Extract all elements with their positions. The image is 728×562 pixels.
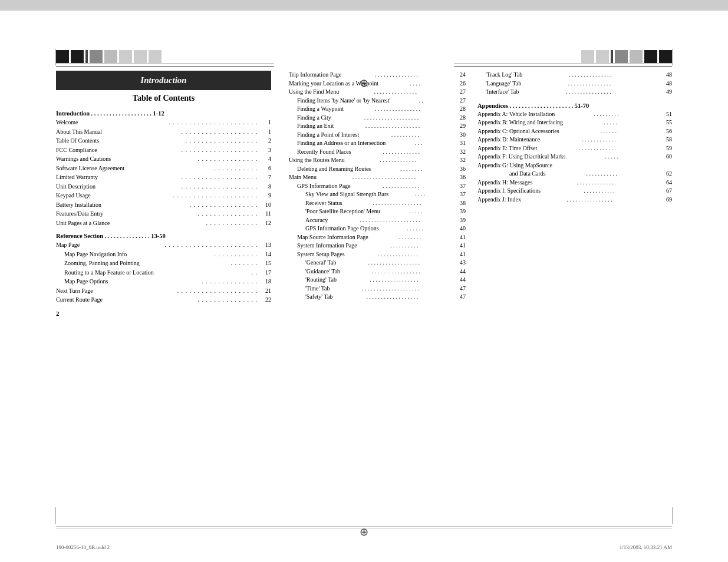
right-entry-app-g-line2: and Data Cards . . . . . . . . . . . 62 <box>477 170 672 178</box>
mid-entry-time-tab: 'Time' Tab . . . . . . . . . . . . . . .… <box>289 285 466 293</box>
color-block-2 <box>71 50 84 63</box>
main-content: Introduction Table of Contents Introduct… <box>56 71 672 515</box>
mid-entry-gps-info: GPS Information Page . . . . . . . . . .… <box>289 182 466 191</box>
toc-entry-battery: Battery Installation . . . . . . . . . .… <box>56 201 271 210</box>
section1-header: Introduction . . . . . . . . . . . . . .… <box>56 110 271 117</box>
mid-entry-receiver: Receiver Status . . . . . . . . . . . . … <box>289 199 466 208</box>
right-entry-app-e: Appendix E: Time Offset . . . . . . . . … <box>477 144 672 153</box>
mid-entry-find-poi: Finding a Point of Interest . . . . . . … <box>289 131 466 140</box>
color-block-r6 <box>659 50 672 63</box>
toc-entry-software: Software License Agreement . . . . . . .… <box>56 164 271 174</box>
toc-section-ref: Reference Section . . . . . . . . . . . … <box>56 233 271 305</box>
bottom-line2 <box>56 528 672 528</box>
mid-entry-marking: Marking your Location as a Waypoint . . … <box>289 80 466 88</box>
color-block-r3 <box>615 50 628 63</box>
mid-entry-accuracy: Accuracy . . . . . . . . . . . . . . . .… <box>289 216 466 225</box>
right-entry-app-a: Appendix A: Vehicle Installation . . . .… <box>477 110 672 119</box>
left-column: Introduction Table of Contents Introduct… <box>56 71 283 515</box>
color-block-r1 <box>581 50 594 63</box>
toc-entry-map: Map Page . . . . . . . . . . . . . . . .… <box>56 241 271 250</box>
intro-box: Introduction <box>56 71 271 90</box>
mid-entry-trip: Trip Information Page . . . . . . . . . … <box>289 71 466 80</box>
intro-title: Introduction <box>140 75 186 85</box>
color-block-gap-r <box>611 50 613 63</box>
right-entry-interface-tab: 'Interface' Tab . . . . . . . . . . . . … <box>477 88 672 97</box>
right-entry-app-c: Appendix C: Optional Accessories . . . .… <box>477 127 672 136</box>
toc-entry-about: About This Manual . . . . . . . . . . . … <box>56 128 271 137</box>
mid-entry-routing-tab: 'Routing' Tab . . . . . . . . . . . . . … <box>289 276 466 285</box>
toc-entry-welcome: Welcome . . . . . . . . . . . . . . . . … <box>56 118 271 128</box>
toc-title: Table of Contents <box>56 94 271 103</box>
mid-entry-find-items: Finding Items 'by Name' or 'by Nearest' … <box>289 97 466 105</box>
mid-entry-gps-options: GPS Information Page Options . . . . . .… <box>289 224 466 233</box>
right-entry-app-h: Appendix H: Messages . . . . . . . . . .… <box>477 178 672 187</box>
corner-line-tr <box>673 49 673 65</box>
header-blocks-left <box>56 50 162 63</box>
mid-column: Trip Information Page . . . . . . . . . … <box>283 71 472 515</box>
header-line-left <box>56 64 274 64</box>
page: ⊕ ⊕ Introduction Table of Contents Intro… <box>0 0 728 562</box>
toc-entry-features: Features/Data Entry . . . . . . . . . . … <box>56 210 271 219</box>
right-entry-track-log: 'Track Log' Tab . . . . . . . . . . . . … <box>477 71 672 80</box>
mid-entry-sys-setup: System Setup Pages . . . . . . . . . . .… <box>289 250 466 259</box>
toc-entry-zooming: Zooming, Panning and Pointing . . . . . … <box>56 259 271 269</box>
footer-left: 190-00256-10_0B.indd 2 <box>56 544 110 550</box>
page-number: 2 <box>56 310 271 317</box>
mid-entry-sky-view: Sky View and Signal Strength Bars . . . … <box>289 190 466 199</box>
right-entry-app-g-line1: Appendix G: Using MapSource <box>477 161 672 170</box>
color-block-7 <box>149 50 162 63</box>
header-line-left2 <box>56 66 274 67</box>
toc-entry-toc: Table Of Contents . . . . . . . . . . . … <box>56 137 271 146</box>
header-line-right2 <box>454 66 672 67</box>
color-block-5 <box>119 50 132 63</box>
right-entry-app-b: Appendix B: Wiring and Interfacing . . .… <box>477 118 672 127</box>
toc-entry-current-route: Current Route Page . . . . . . . . . . .… <box>56 296 271 305</box>
mid-entry-find-waypoint: Finding a Waypoint . . . . . . . . . . .… <box>289 105 466 114</box>
toc-entry-pages: Unit Pages at a Glance . . . . . . . . .… <box>56 219 271 229</box>
appendices-header: Appendices . . . . . . . . . . . . . . .… <box>477 103 672 109</box>
color-block-1 <box>56 50 69 63</box>
mid-entry-main-menu: Main Menu . . . . . . . . . . . . . . . … <box>289 173 466 182</box>
color-block-6 <box>134 50 147 63</box>
mid-entry-general-tab: 'General' Tab . . . . . . . . . . . . . … <box>289 259 466 267</box>
footer-right: 1/13/2003, 10:33:21 AM <box>620 544 672 550</box>
right-entry-app-f: Appendix F: Using Diacritical Marks . . … <box>477 153 672 161</box>
mid-entry-routes-menu: Using the Routes Menu . . . . . . . . . … <box>289 156 466 165</box>
right-column: 'Track Log' Tab . . . . . . . . . . . . … <box>472 71 672 515</box>
header-blocks-right <box>581 50 672 63</box>
toc-entry-unit-desc: Unit Description . . . . . . . . . . . .… <box>56 183 271 192</box>
toc-entry-routing: Routing to a Map Feature or Location . .… <box>56 269 271 278</box>
toc-entry-next-turn: Next Turn Page . . . . . . . . . . . . .… <box>56 287 271 296</box>
color-block-r5 <box>644 50 657 63</box>
mid-entry-poor-sat: 'Poor Satellite Reception' Menu . . . . … <box>289 207 466 216</box>
mid-entry-recent: Recently Found Places . . . . . . . . . … <box>289 148 466 157</box>
section2-header: Reference Section . . . . . . . . . . . … <box>56 233 271 239</box>
right-entry-app-j: Appendix J: Index . . . . . . . . . . . … <box>477 196 672 204</box>
color-block-r2 <box>596 50 609 63</box>
corner-line-tl <box>55 49 55 65</box>
color-block-3 <box>90 50 103 63</box>
toc-entry-keypad: Keypad Usage . . . . . . . . . . . . . .… <box>56 191 271 201</box>
bottom-line <box>56 526 672 527</box>
mid-entry-guidance-tab: 'Guidance' Tab . . . . . . . . . . . . .… <box>289 267 466 276</box>
color-block-r4 <box>630 50 643 63</box>
color-block-4 <box>104 50 117 63</box>
corner-line-br <box>673 507 673 524</box>
toc-entry-warranty: Limited Warranty . . . . . . . . . . . .… <box>56 173 271 183</box>
mid-entry-map-source: Map Source Information Page . . . . . . … <box>289 233 466 242</box>
color-block-gap <box>85 50 88 63</box>
corner-line-bl <box>55 507 55 524</box>
mid-entry-delete-routes: Deleting and Renaming Routes . . . . . .… <box>289 165 466 174</box>
mid-entry-find-address: Finding an Address or an Intersection . … <box>289 139 466 148</box>
mid-entry-safety-tab: 'Safety' Tab . . . . . . . . . . . . . .… <box>289 293 466 302</box>
header-line-right <box>454 64 672 64</box>
mid-entry-find-city: Finding a City . . . . . . . . . . . . .… <box>289 114 466 123</box>
right-entry-app-i: Appendix I: Specifications . . . . . . .… <box>477 187 672 196</box>
mid-entry-find-exit: Finding an Exit . . . . . . . . . . . . … <box>289 122 466 131</box>
toc-entry-nav-info: Map Page Navigation Info . . . . . . . .… <box>56 250 271 260</box>
right-entry-app-d: Appendix D: Maintenance . . . . . . . . … <box>477 135 672 144</box>
toc-entry-warnings: Warnings and Cautions . . . . . . . . . … <box>56 155 271 164</box>
right-entry-language-tab: 'Language' Tab . . . . . . . . . . . . .… <box>477 80 672 88</box>
toc-entry-fcc: FCC Compliance . . . . . . . . . . . . .… <box>56 146 271 156</box>
toc-section-intro: Introduction . . . . . . . . . . . . . .… <box>56 110 271 228</box>
